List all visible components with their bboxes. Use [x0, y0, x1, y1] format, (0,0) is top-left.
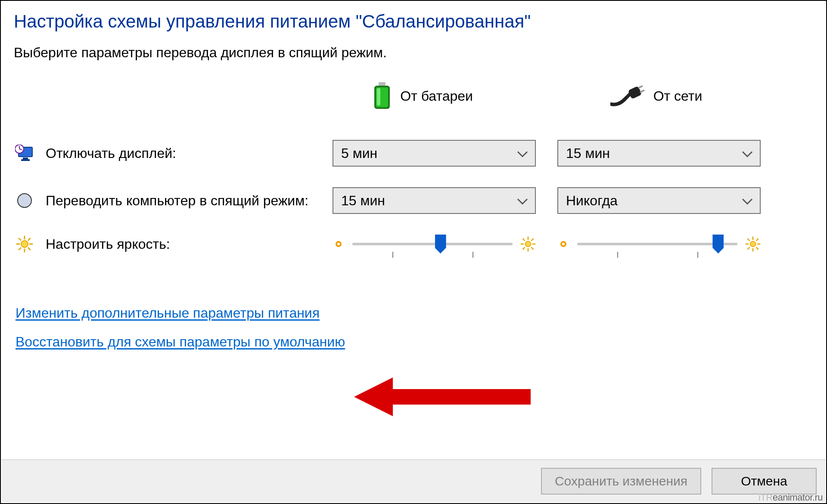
slider-thumb-battery[interactable] [435, 235, 446, 254]
select-display-off-battery-value: 5 мин [341, 145, 377, 161]
slider-brightness-plugged[interactable] [557, 235, 761, 254]
svg-line-32 [523, 247, 525, 249]
page-title: Настройка схемы управления питанием "Сба… [14, 11, 813, 32]
link-restore-defaults[interactable]: Восстановить для схемы параметры по умол… [16, 334, 345, 350]
svg-line-42 [748, 247, 749, 249]
select-sleep-battery[interactable]: 15 мин [333, 187, 536, 214]
col-head-plugged: От сети [576, 85, 813, 107]
monitor-clock-icon [14, 145, 35, 162]
select-sleep-plugged[interactable]: Никогда [557, 187, 761, 214]
select-sleep-plugged-value: Никогда [566, 193, 618, 209]
sun-small-icon [333, 238, 345, 250]
chevron-down-icon [517, 145, 528, 161]
svg-line-31 [532, 239, 533, 241]
svg-rect-0 [379, 82, 386, 86]
dialog-footer: Сохранить изменения Отмена [2, 459, 825, 502]
row-sleep: Переводить компьютер в спящий режим: 15 … [14, 187, 813, 214]
slider-brightness-battery[interactable] [333, 235, 536, 254]
svg-line-19 [19, 238, 21, 240]
sun-large-icon [745, 236, 761, 252]
slider-thumb-plugged[interactable] [712, 235, 724, 254]
save-button: Сохранить изменения [541, 468, 701, 495]
select-display-off-plugged[interactable]: 15 мин [557, 140, 761, 167]
chevron-down-icon [742, 193, 753, 209]
svg-rect-3 [377, 88, 380, 105]
select-display-off-plugged-value: 15 мин [566, 145, 610, 161]
svg-point-23 [336, 242, 341, 246]
svg-point-13 [18, 194, 31, 207]
svg-line-30 [532, 247, 533, 249]
svg-rect-6 [639, 90, 644, 93]
svg-rect-8 [23, 158, 28, 159]
svg-line-20 [28, 248, 30, 250]
col-head-battery-label: От батареи [400, 88, 473, 104]
chevron-down-icon [517, 193, 528, 209]
select-sleep-battery-value: 15 мин [341, 193, 385, 209]
chevron-down-icon [742, 145, 753, 161]
svg-rect-5 [637, 85, 643, 89]
svg-line-22 [19, 248, 21, 250]
sun-icon [14, 235, 35, 253]
cancel-button[interactable]: Отмена [712, 468, 817, 495]
svg-line-29 [523, 239, 525, 241]
row-brightness-label-wrap: Настроить яркость: [14, 235, 333, 253]
link-advanced-power-settings[interactable]: Изменить дополнительные параметры питани… [16, 305, 320, 321]
watermark: iTReanimator.ru [759, 492, 823, 503]
row-display-off-label-wrap: Отключать дисплей: [14, 145, 333, 162]
col-head-plugged-label: От сети [653, 88, 703, 104]
moon-icon [14, 192, 35, 209]
svg-point-33 [561, 242, 566, 246]
row-brightness: Настроить яркость: [14, 235, 813, 254]
col-head-battery: От батареи [330, 82, 575, 110]
row-brightness-label: Настроить яркость: [46, 236, 170, 252]
svg-marker-43 [354, 377, 531, 416]
svg-line-21 [28, 238, 30, 240]
svg-rect-9 [21, 159, 30, 161]
svg-point-14 [21, 241, 28, 247]
annotation-arrow [354, 375, 535, 429]
page-subtitle: Выберите параметры перевода дисплея в сп… [14, 45, 813, 61]
sun-large-icon [520, 236, 536, 252]
svg-line-39 [748, 239, 749, 241]
select-display-off-battery[interactable]: 5 мин [333, 140, 536, 167]
row-display-off-label: Отключать дисплей: [46, 145, 176, 161]
svg-line-40 [756, 247, 758, 249]
plug-icon [610, 85, 645, 107]
row-display-off: Отключать дисплей: 5 мин 15 мин [14, 140, 813, 167]
row-sleep-label: Переводить компьютер в спящий режим: [46, 192, 308, 209]
row-sleep-label-wrap: Переводить компьютер в спящий режим: [14, 192, 333, 209]
sun-small-icon [557, 238, 569, 250]
svg-point-24 [525, 241, 531, 247]
battery-icon [373, 82, 392, 110]
svg-point-34 [750, 241, 756, 247]
column-headers: От батареи От сети [14, 82, 813, 110]
svg-line-41 [756, 239, 758, 241]
